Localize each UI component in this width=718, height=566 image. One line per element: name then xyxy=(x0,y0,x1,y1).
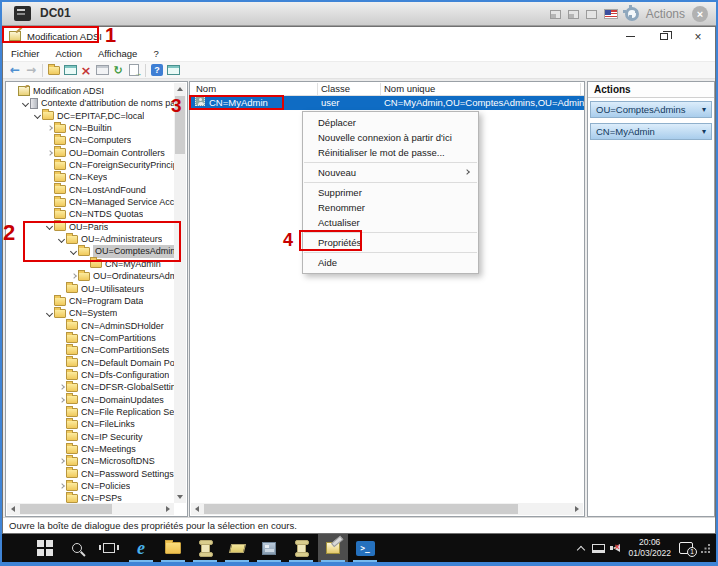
tree-item[interactable]: CN=Computers xyxy=(7,134,174,146)
scroll-left-button[interactable] xyxy=(191,503,203,515)
show-window-button[interactable] xyxy=(165,62,181,78)
expand-icon[interactable] xyxy=(69,274,78,278)
export-list-button[interactable] xyxy=(126,62,142,78)
show-desktop-grip[interactable] xyxy=(701,544,710,553)
settings-gear-icon[interactable] xyxy=(625,7,639,21)
tree-item[interactable]: CN=Dfs-Configuration xyxy=(7,369,174,381)
tree-item[interactable]: CN=LostAndFound xyxy=(7,184,174,196)
tree-item[interactable]: CN=File Replication Servic xyxy=(7,406,174,418)
back-button[interactable]: ← xyxy=(7,62,23,78)
scrollbar-thumb[interactable] xyxy=(20,504,112,514)
menu-item-renommer[interactable]: Renommer xyxy=(303,200,478,215)
vm-actions-button[interactable]: Actions xyxy=(646,7,685,21)
column-header-nom-unique[interactable]: Nom unique xyxy=(384,82,435,96)
server-manager-taskbar-button[interactable] xyxy=(254,534,284,562)
refresh-button[interactable]: ↻ xyxy=(110,62,126,78)
tree-item[interactable]: CN=Policies xyxy=(7,480,174,492)
tree-item[interactable]: OU=Utilisateurs xyxy=(7,283,174,295)
file-explorer-taskbar-button[interactable] xyxy=(158,534,188,562)
menu-item-aide[interactable]: Aide xyxy=(303,255,478,270)
tree-item[interactable]: CN=NTDS Quotas xyxy=(7,208,174,220)
adsi-edit-taskbar-button[interactable] xyxy=(318,534,348,562)
actions-group-2[interactable]: CN=MyAdmin▾ xyxy=(590,123,712,140)
tree-item[interactable]: Contexte d'attribution de noms par dé xyxy=(7,97,174,109)
directory-book-taskbar-button[interactable] xyxy=(222,534,252,562)
scroll-right-button[interactable] xyxy=(162,503,174,515)
list-horizontal-scrollbar[interactable] xyxy=(191,503,583,515)
scroll-up-button[interactable] xyxy=(174,83,186,95)
tree-item[interactable]: OU=Domain Controllers xyxy=(7,147,174,159)
collapse-icon[interactable] xyxy=(33,113,42,118)
actions-group-1[interactable]: OU=ComptesAdmins▾ xyxy=(590,101,712,118)
tree-item[interactable]: CN=Default Domain Policy xyxy=(7,357,174,369)
tree-item[interactable]: CN=ComPartitionSets xyxy=(7,344,174,356)
search-button-taskbar-button[interactable] xyxy=(62,534,92,562)
tree-item[interactable]: CN=Keys xyxy=(7,171,174,183)
tree-item[interactable]: CN=PSPs xyxy=(7,492,174,503)
expand-icon[interactable] xyxy=(57,385,66,389)
menu-item-actualiser[interactable]: Actualiser xyxy=(303,215,478,230)
tree-item[interactable]: CN=Program Data xyxy=(7,295,174,307)
expand-icon[interactable] xyxy=(57,459,66,463)
tree-item[interactable]: CN=System xyxy=(7,307,174,319)
network-icon[interactable] xyxy=(592,544,605,553)
taskbar-clock[interactable]: 20:06 01/03/2022 xyxy=(628,537,671,558)
menu-item-d-placer[interactable]: Déplacer xyxy=(303,115,478,130)
forward-button[interactable]: → xyxy=(23,62,39,78)
internet-explorer-taskbar-button[interactable]: e xyxy=(126,534,156,562)
expand-icon[interactable] xyxy=(45,126,54,130)
expand-icon[interactable] xyxy=(57,484,66,488)
tree-item[interactable]: CN=ForeignSecurityPrincipals xyxy=(7,159,174,171)
menubar-item-4[interactable]: ? xyxy=(145,48,166,59)
menubar-item-1[interactable]: Fichier xyxy=(3,48,48,59)
tray-chevron-up-icon[interactable] xyxy=(577,545,585,553)
tree-item[interactable]: CN=FileLinks xyxy=(7,418,174,430)
tree-item[interactable]: CN=Builtin xyxy=(7,122,174,134)
tree-item[interactable]: Modification ADSI xyxy=(7,85,174,97)
tree-item[interactable]: CN=IP Security xyxy=(7,431,174,443)
column-divider[interactable] xyxy=(580,83,581,95)
scrollbar-thumb[interactable] xyxy=(204,504,518,514)
tree-vertical-scrollbar[interactable] xyxy=(174,83,186,503)
close-button[interactable]: × xyxy=(681,27,715,46)
vm-display-icon-3[interactable] xyxy=(586,10,597,19)
notifications-icon[interactable]: 1 xyxy=(679,542,693,554)
tree-item[interactable]: CN=ComPartitions xyxy=(7,332,174,344)
tree-item[interactable]: CN=DFSR-GlobalSettings xyxy=(7,381,174,393)
collapse-icon[interactable] xyxy=(45,311,54,316)
expand-icon[interactable] xyxy=(45,151,54,155)
tree-item[interactable]: CN=Managed Service Accoun xyxy=(7,196,174,208)
menu-item-nouveau[interactable]: Nouveau xyxy=(303,165,478,180)
mmc-console-taskbar-button[interactable] xyxy=(190,534,220,562)
tree-item[interactable]: DC=EPITAF,DC=local xyxy=(7,110,174,122)
task-view-button-taskbar-button[interactable] xyxy=(94,534,124,562)
vm-display-icon-2[interactable] xyxy=(568,10,579,19)
scroll-right-button[interactable] xyxy=(571,503,583,515)
expand-icon[interactable] xyxy=(57,398,66,402)
tree-item[interactable]: CN=Password Settings Cor xyxy=(7,468,174,480)
tree-item[interactable]: CN=AdminSDHolder xyxy=(7,320,174,332)
vm-close-button[interactable]: × xyxy=(692,6,708,22)
restore-button[interactable] xyxy=(647,27,681,46)
menubar-item-2[interactable]: Action xyxy=(48,48,90,59)
column-header-classe[interactable]: Classe xyxy=(321,82,350,96)
mmc-console-2-taskbar-button[interactable] xyxy=(286,534,316,562)
collapse-icon[interactable] xyxy=(21,101,30,106)
scroll-down-button[interactable] xyxy=(174,491,186,503)
console-window-button[interactable] xyxy=(62,62,78,78)
menu-item-supprimer[interactable]: Supprimer xyxy=(303,185,478,200)
powershell-taskbar-button[interactable]: >_ xyxy=(350,534,380,562)
column-header-nom[interactable]: Nom xyxy=(196,82,216,96)
menu-item-r-initialiser-le-mot-de-passe[interactable]: Réinitialiser le mot de passe... xyxy=(303,145,478,160)
tree-item[interactable]: CN=MicrosoftDNS xyxy=(7,455,174,467)
minimize-button[interactable] xyxy=(613,27,647,46)
keyboard-layout-flag-icon[interactable] xyxy=(604,9,618,19)
column-divider[interactable] xyxy=(380,83,381,95)
vm-display-icon-1[interactable] xyxy=(550,10,561,19)
column-divider[interactable] xyxy=(317,83,318,95)
menu-item-nouvelle-connexion-partir-d-ici[interactable]: Nouvelle connexion à partir d'ici xyxy=(303,130,478,145)
tree-horizontal-scrollbar[interactable] xyxy=(7,503,174,515)
create-object-button[interactable] xyxy=(46,62,62,78)
tree-item[interactable]: OU=OrdinateursAdmin xyxy=(7,270,174,282)
scroll-left-button[interactable] xyxy=(7,503,19,515)
